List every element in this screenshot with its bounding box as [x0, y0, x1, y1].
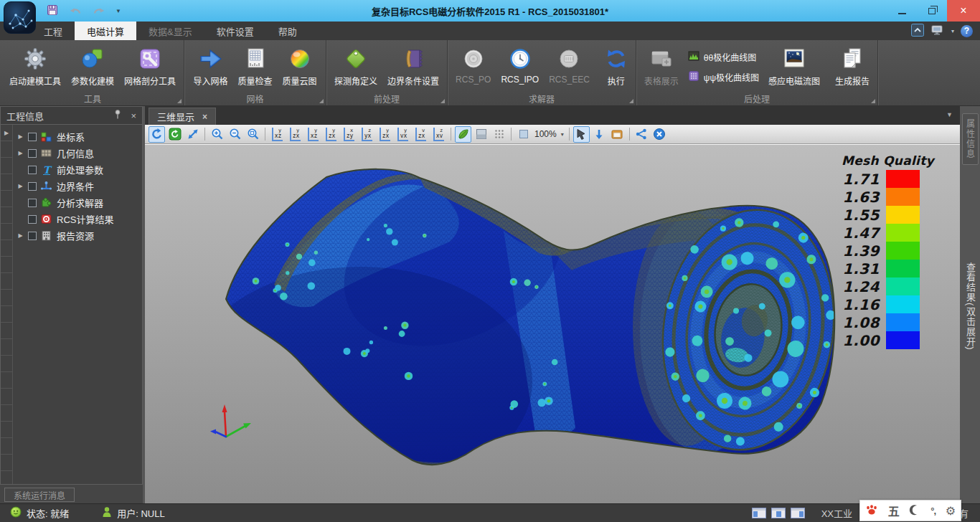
panel-close-icon[interactable]: ×	[131, 110, 136, 121]
ime-punctuation-button[interactable]: °,	[930, 506, 936, 516]
rotate-view-button[interactable]	[149, 126, 165, 143]
zoom-in-button[interactable]	[209, 126, 225, 143]
ime-fullwidth-icon[interactable]	[909, 504, 920, 518]
menu-tab-2[interactable]: 数据&显示	[136, 22, 204, 40]
view-orientation-button-9[interactable]: zxv	[430, 126, 447, 143]
zoom-level-dropdown-icon[interactable]: ▾	[561, 131, 564, 138]
view-orientation-button-2[interactable]: yxz	[305, 126, 321, 143]
tree-item-label: 边界条件	[57, 179, 94, 193]
tree-checkbox[interactable]	[28, 232, 37, 240]
share-view-button[interactable]	[633, 126, 650, 143]
view-orientation-button-8[interactable]: vzx	[413, 126, 429, 143]
pin-icon[interactable]	[113, 109, 122, 122]
ribbon-item-book[interactable]: 边界条件设置	[382, 43, 444, 87]
ribbon-item-param[interactable]: 参数化建模	[66, 43, 119, 87]
view-results-tab[interactable]: 查看结果(双击展开)	[963, 262, 977, 351]
points-mode-button[interactable]	[491, 126, 507, 143]
display-settings-button[interactable]	[930, 24, 945, 39]
expander-icon[interactable]: ▶	[17, 150, 24, 156]
zoom-fit-button[interactable]	[245, 126, 261, 143]
restore-button[interactable]	[917, 0, 947, 22]
ribbon-item-report[interactable]: 生成报告	[830, 43, 875, 87]
spin-view-button[interactable]	[166, 126, 183, 143]
ribbon-item-import[interactable]: 导入网格	[189, 43, 233, 87]
legend-swatch	[886, 206, 920, 224]
view-orientation-button-7[interactable]: yvx	[395, 126, 411, 143]
tabbar-overflow-icon[interactable]: ▼	[946, 111, 953, 118]
import-view-button[interactable]	[591, 126, 608, 143]
tree-checkbox[interactable]	[28, 215, 37, 224]
zoom-scale-icon[interactable]	[515, 126, 532, 143]
view-orientation-button-4[interactable]: xzy	[341, 126, 357, 143]
collapse-ribbon-button[interactable]	[911, 24, 924, 39]
shaded-mode-button[interactable]	[455, 126, 471, 143]
tree-checkbox[interactable]	[28, 133, 37, 141]
property-info-tab[interactable]: 属性信息	[962, 113, 979, 165]
capture-button[interactable]	[609, 126, 626, 143]
mesh-model-3d[interactable]	[145, 145, 960, 503]
layout-right-button[interactable]	[791, 508, 805, 518]
ribbon-item-gear[interactable]: 启动建模工具	[4, 43, 66, 87]
expander-icon[interactable]: ▶	[17, 133, 24, 140]
view-orientation-button-5[interactable]: zyx	[359, 126, 375, 143]
view-orientation-button-6[interactable]: yzx	[377, 126, 393, 143]
view-orientation-button-0[interactable]: yxz	[269, 126, 286, 143]
close-view-button[interactable]	[651, 126, 668, 143]
menu-tab-4[interactable]: 帮助	[266, 22, 309, 40]
ribbon-item-thetacurve[interactable]: θθ极化曲线图	[688, 50, 759, 64]
save-button[interactable]	[46, 4, 59, 19]
ribbon-item-photo[interactable]: 感应电磁流图	[763, 43, 825, 87]
menu-tab-1[interactable]: 电磁计算	[75, 22, 136, 40]
menu-tab-3[interactable]: 软件设置	[204, 22, 266, 40]
ribbon-item-meshtool[interactable]: 网格剖分工具	[119, 43, 181, 87]
zoom-window-button[interactable]	[184, 126, 201, 143]
tree-item-5[interactable]: RCS计算结果	[1, 211, 142, 227]
gutter-expander-icon[interactable]: ▶	[4, 130, 9, 136]
ribbon-item-probe[interactable]: 探测角定义	[329, 43, 382, 87]
tree-item-6[interactable]: ▶报告资源	[1, 227, 142, 244]
undo-button[interactable]	[68, 4, 83, 18]
ribbon-item-qcloud[interactable]: 质量云图	[278, 43, 322, 87]
help-button[interactable]: ?	[961, 25, 973, 37]
tree-item-4[interactable]: 分析求解器	[1, 194, 142, 211]
pick-mode-button[interactable]	[573, 126, 590, 143]
expander-icon[interactable]: ▶	[17, 232, 24, 239]
layout-center-button[interactable]	[771, 508, 786, 518]
ime-settings-icon[interactable]: ⚙	[946, 504, 956, 518]
ime-mode-button[interactable]: 五	[888, 502, 900, 519]
ribbon-item-clock[interactable]: RCS_IPO	[496, 43, 544, 85]
tree-item-2[interactable]: T前处理参数	[1, 161, 142, 178]
tree-item-3[interactable]: ▶边界条件	[1, 178, 142, 194]
probe-icon	[344, 45, 368, 72]
tree-checkbox[interactable]	[28, 199, 37, 207]
layout-left-button[interactable]	[752, 508, 766, 518]
flat-mode-button[interactable]	[473, 126, 489, 143]
minimize-button[interactable]	[887, 0, 917, 22]
ribbon-group-label: 网格	[184, 92, 326, 105]
tree-checkbox[interactable]	[28, 182, 37, 191]
ribbon-item-execute[interactable]: 执行	[600, 43, 633, 87]
display-dropdown-icon[interactable]: ▾	[951, 28, 954, 34]
expander-icon[interactable]: ▶	[17, 183, 24, 189]
tree-checkbox[interactable]	[28, 149, 37, 158]
zoom-level-value[interactable]: 100%	[534, 129, 557, 139]
tree-checkbox[interactable]	[28, 166, 37, 174]
ribbon-item-psicurve[interactable]: ψψ极化曲线图	[688, 70, 759, 84]
viewport-canvas[interactable]: Mesh Quality 1.711.631.551.471.391.311.2…	[145, 144, 960, 503]
tablewin-icon	[649, 45, 674, 72]
viewport-tab-3d[interactable]: 三维显示 ×	[149, 108, 216, 125]
viewport-tab-close-icon[interactable]: ×	[202, 112, 207, 122]
app-logo-icon[interactable]	[4, 1, 36, 34]
zoom-out-button[interactable]	[227, 126, 243, 143]
redo-button[interactable]	[92, 4, 106, 18]
tree-item-0[interactable]: ▶坐标系	[1, 128, 142, 145]
ribbon-item-qcheck[interactable]: 质量检查	[233, 43, 278, 87]
tree-item-1[interactable]: ▶几何信息	[1, 145, 142, 161]
menu-tab-0[interactable]: 工程	[32, 22, 75, 40]
view-orientation-button-3[interactable]: yzx	[323, 126, 339, 143]
qat-dropdown-icon[interactable]: ▼	[116, 8, 121, 14]
view-orientation-button-1[interactable]: yzx	[287, 126, 303, 143]
close-button[interactable]: ×	[947, 0, 980, 22]
ime-logo-icon[interactable]	[865, 504, 878, 518]
system-message-tab[interactable]: 系统运行消息	[4, 488, 75, 502]
